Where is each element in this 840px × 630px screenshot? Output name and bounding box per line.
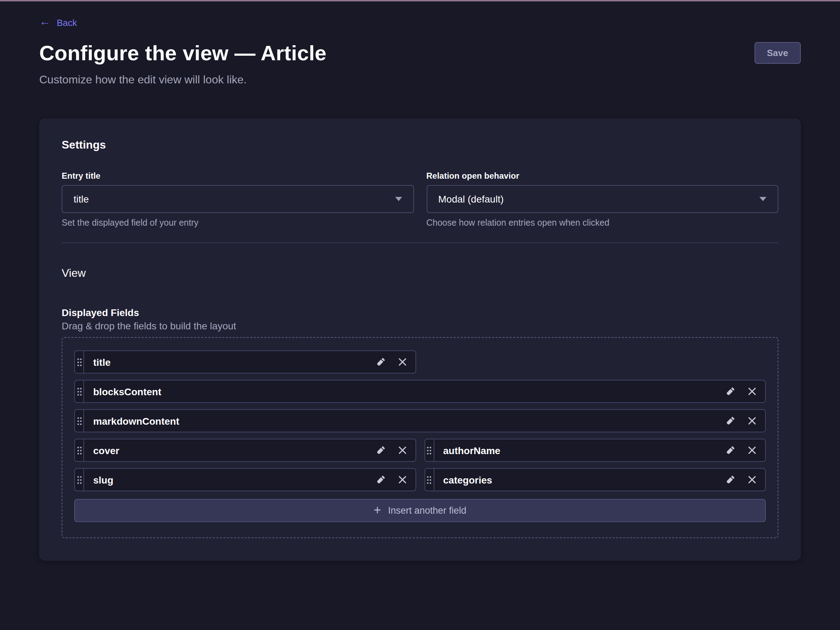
relation-behavior-select[interactable]: Modal (default) xyxy=(426,185,778,213)
page-subtitle: Customize how the edit view will look li… xyxy=(39,74,801,86)
entry-title-value: title xyxy=(74,193,89,205)
drag-dots-icon xyxy=(427,446,431,455)
field-chip: cover xyxy=(74,439,416,462)
close-icon xyxy=(747,475,756,484)
app-window: ← Back Configure the view — Article Save… xyxy=(0,0,840,630)
drag-handle[interactable] xyxy=(425,469,434,491)
pencil-icon xyxy=(725,415,736,426)
field-name: authorName xyxy=(443,445,725,456)
edit-field-button[interactable] xyxy=(725,474,736,485)
close-icon xyxy=(398,446,407,455)
page-title: Configure the view — Article xyxy=(39,40,327,66)
section-divider xyxy=(62,243,778,243)
pencil-icon xyxy=(725,474,736,485)
remove-field-button[interactable] xyxy=(747,415,757,426)
insert-field-label: Insert another field xyxy=(388,505,467,516)
back-link[interactable]: ← Back xyxy=(39,17,77,28)
entry-title-select[interactable]: title xyxy=(62,185,414,213)
close-icon xyxy=(398,475,407,484)
configure-view-page: ← Back Configure the view — Article Save… xyxy=(0,2,840,561)
settings-grid: Entry title title Set the displayed fiel… xyxy=(62,170,778,229)
edit-field-button[interactable] xyxy=(375,474,386,485)
entry-title-label: Entry title xyxy=(62,170,414,182)
close-icon xyxy=(747,387,756,396)
close-icon xyxy=(398,357,407,366)
field-chip: slug xyxy=(74,468,416,491)
relation-behavior-field: Relation open behavior Modal (default) C… xyxy=(426,170,778,229)
settings-heading: Settings xyxy=(62,138,778,152)
relation-behavior-label: Relation open behavior xyxy=(426,170,778,182)
view-heading: View xyxy=(62,266,778,280)
close-icon xyxy=(747,446,756,455)
plus-icon: + xyxy=(374,504,381,516)
field-name: slug xyxy=(93,474,375,485)
remove-field-button[interactable] xyxy=(747,386,757,396)
remove-field-button[interactable] xyxy=(747,445,757,455)
drag-handle[interactable] xyxy=(75,351,84,373)
field-actions xyxy=(375,469,415,491)
field-actions xyxy=(375,351,415,373)
relation-behavior-hint: Choose how relation entries open when cl… xyxy=(426,217,778,229)
remove-field-button[interactable] xyxy=(747,474,757,485)
pencil-icon xyxy=(725,386,736,396)
edit-field-button[interactable] xyxy=(725,386,736,396)
pencil-icon xyxy=(375,357,386,367)
pencil-icon xyxy=(375,445,386,455)
drag-handle[interactable] xyxy=(75,381,84,402)
edit-field-button[interactable] xyxy=(375,445,386,455)
drag-dots-icon xyxy=(77,446,82,455)
field-name: categories xyxy=(443,474,725,485)
edit-field-button[interactable] xyxy=(375,357,386,367)
drag-dots-icon xyxy=(77,358,82,366)
drag-dots-icon xyxy=(77,387,82,396)
drag-handle[interactable] xyxy=(75,410,84,432)
remove-field-button[interactable] xyxy=(397,445,407,455)
drag-handle[interactable] xyxy=(425,439,434,461)
close-icon xyxy=(747,416,756,425)
field-chip: authorName xyxy=(424,439,766,462)
entry-title-field: Entry title title Set the displayed fiel… xyxy=(62,170,414,229)
edit-field-button[interactable] xyxy=(725,445,736,455)
field-actions xyxy=(725,439,765,461)
field-actions xyxy=(725,469,765,491)
relation-behavior-value: Modal (default) xyxy=(438,193,504,205)
pencil-icon xyxy=(725,445,736,455)
field-name: blocksContent xyxy=(93,386,725,397)
back-arrow-icon: ← xyxy=(39,16,51,27)
field-actions xyxy=(375,439,415,461)
field-chip: categories xyxy=(424,468,766,491)
field-chip: markdownContent xyxy=(74,409,766,433)
entry-title-hint: Set the displayed field of your entry xyxy=(62,217,414,229)
field-chip: title xyxy=(74,351,416,374)
pencil-icon xyxy=(375,474,386,485)
chevron-down-icon xyxy=(759,197,766,201)
edit-field-button[interactable] xyxy=(725,415,736,426)
field-actions xyxy=(725,410,765,432)
drag-handle[interactable] xyxy=(75,469,84,491)
remove-field-button[interactable] xyxy=(397,474,407,485)
remove-field-button[interactable] xyxy=(397,357,407,367)
back-label: Back xyxy=(57,17,77,28)
field-name: title xyxy=(93,356,375,368)
displayed-fields-title: Displayed Fields xyxy=(62,306,778,319)
drag-dots-icon xyxy=(77,475,82,484)
fields-grid: title blo xyxy=(74,351,766,491)
drag-dots-icon xyxy=(77,417,82,425)
configuration-card: Settings Entry title title Set the displ… xyxy=(39,118,801,561)
save-button[interactable]: Save xyxy=(754,42,801,64)
field-chip: blocksContent xyxy=(74,380,766,403)
insert-field-button[interactable]: + Insert another field xyxy=(74,499,766,522)
field-dropzone: title blo xyxy=(62,337,778,538)
displayed-fields-subtitle: Drag & drop the fields to build the layo… xyxy=(62,319,778,333)
field-name: cover xyxy=(93,445,375,456)
page-header: Configure the view — Article Save xyxy=(39,40,801,66)
drag-dots-icon xyxy=(427,475,431,484)
field-name: markdownContent xyxy=(93,415,725,426)
drag-handle[interactable] xyxy=(75,439,84,461)
field-actions xyxy=(725,381,765,402)
chevron-down-icon xyxy=(395,197,402,201)
